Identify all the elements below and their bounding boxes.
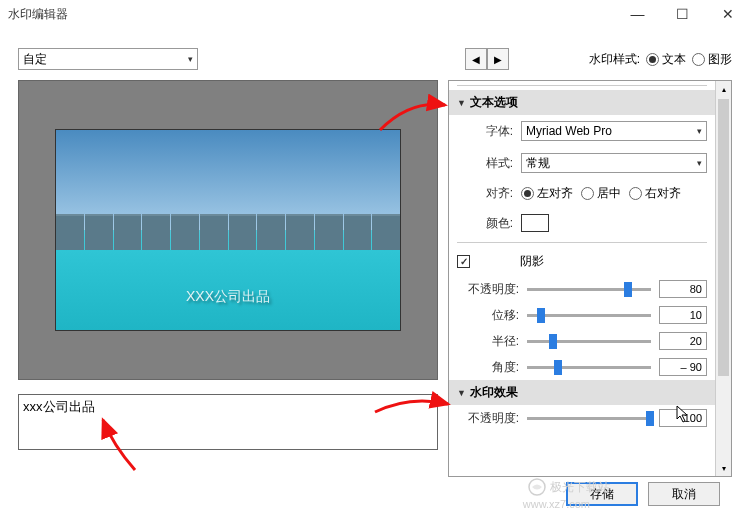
aurora-icon [528,478,546,496]
align-left-radio[interactable]: 左对齐 [521,185,573,202]
color-label: 颜色: [457,215,513,232]
watermark-style-group: 水印样式: 文本 图形 [589,51,732,68]
style-value: 常规 [526,155,550,172]
angle-row: 角度: – 90 [449,354,715,380]
radius-label: 半径: [457,333,519,350]
preset-select[interactable]: 自定 ▾ [18,48,198,70]
preview-image: XXX公司出品 [55,129,401,331]
section-text-options[interactable]: ▼ 文本选项 [449,90,715,115]
annotation-arrow-icon [375,85,455,135]
slider-thumb[interactable] [554,360,562,375]
effects-opacity-slider[interactable] [527,417,651,420]
shadow-opacity-value[interactable]: 80 [659,280,707,298]
window-title: 水印编辑器 [8,6,68,23]
angle-value[interactable]: – 90 [659,358,707,376]
top-toolbar: 自定 ▾ ◀ ▶ 水印样式: 文本 图形 [0,28,750,80]
radio-text[interactable]: 文本 [646,51,686,68]
watermark-style-label: 水印样式: [589,51,640,68]
minimize-button[interactable]: — [615,0,660,28]
align-radio-group: 左对齐 居中 右对齐 [521,185,681,202]
align-label: 对齐: [457,185,513,202]
section-effects-label: 水印效果 [470,384,518,401]
annotation-arrow-icon [370,390,455,420]
shadow-row: 阴影 [449,247,715,276]
font-value: Myriad Web Pro [526,124,612,138]
color-swatch[interactable] [521,214,549,232]
panel-content: ▼ 文本选项 字体: Myriad Web Pro ▾ 样式: 常规 ▾ 对齐: [449,85,731,431]
slider-thumb[interactable] [549,334,557,349]
angle-label: 角度: [457,359,519,376]
shadow-opacity-label: 不透明度: [457,281,519,298]
nav-buttons: ◀ ▶ [465,48,509,70]
effects-opacity-label: 不透明度: [457,410,519,427]
radio-icon [646,53,659,66]
triangle-down-icon: ▼ [457,98,466,108]
next-button[interactable]: ▶ [487,48,509,70]
color-row: 颜色: [449,208,715,238]
offset-label: 位移: [457,307,519,324]
titlebar: 水印编辑器 — ☐ ✕ [0,0,750,28]
chevron-down-icon: ▾ [697,158,702,168]
preset-value: 自定 [23,51,47,68]
radio-icon [692,53,705,66]
panel-scrollbar[interactable]: ▴ ▾ [715,81,731,476]
close-button[interactable]: ✕ [705,0,750,28]
section-text-options-label: 文本选项 [470,94,518,111]
shadow-checkbox[interactable] [457,255,470,268]
cancel-button[interactable]: 取消 [648,482,720,506]
prev-button[interactable]: ◀ [465,48,487,70]
offset-slider[interactable] [527,314,651,317]
radio-graphic-label: 图形 [708,51,732,68]
chevron-down-icon: ▾ [188,54,193,64]
branding-url: www.xz7.com [523,498,590,510]
offset-value[interactable]: 10 [659,306,707,324]
scroll-down-icon[interactable]: ▾ [716,460,731,476]
radius-row: 半径: 20 [449,328,715,354]
radio-icon [521,187,534,200]
slider-thumb[interactable] [646,411,654,426]
style-label: 样式: [457,155,513,172]
shadow-opacity-slider[interactable] [527,288,651,291]
font-label: 字体: [457,123,513,140]
chevron-down-icon: ▾ [697,126,702,136]
font-select[interactable]: Myriad Web Pro ▾ [521,121,707,141]
align-row: 对齐: 左对齐 居中 右对齐 [449,179,715,208]
slider-thumb[interactable] [537,308,545,323]
offset-row: 位移: 10 [449,302,715,328]
scroll-up-icon[interactable]: ▴ [716,81,731,97]
annotation-arrow-icon [95,415,145,475]
radio-icon [581,187,594,200]
maximize-button[interactable]: ☐ [660,0,705,28]
radio-icon [629,187,642,200]
watermark-preview-text: XXX公司出品 [186,288,270,306]
style-select[interactable]: 常规 ▾ [521,153,707,173]
triangle-down-icon: ▼ [457,388,466,398]
scroll-thumb[interactable] [718,99,729,376]
radius-slider[interactable] [527,340,651,343]
section-watermark-effects[interactable]: ▼ 水印效果 [449,380,715,405]
angle-slider[interactable] [527,366,651,369]
cursor-icon [676,405,692,425]
branding-logo: 极光下载站 [528,478,610,496]
radius-value[interactable]: 20 [659,332,707,350]
window-controls: — ☐ ✕ [615,0,750,28]
radio-text-label: 文本 [662,51,686,68]
slider-thumb[interactable] [624,282,632,297]
shadow-opacity-row: 不透明度: 80 [449,276,715,302]
align-right-radio[interactable]: 右对齐 [629,185,681,202]
align-center-radio[interactable]: 居中 [581,185,621,202]
style-row: 样式: 常规 ▾ [449,147,715,179]
radio-graphic[interactable]: 图形 [692,51,732,68]
shadow-label: 阴影 [520,253,544,270]
font-row: 字体: Myriad Web Pro ▾ [449,115,715,147]
